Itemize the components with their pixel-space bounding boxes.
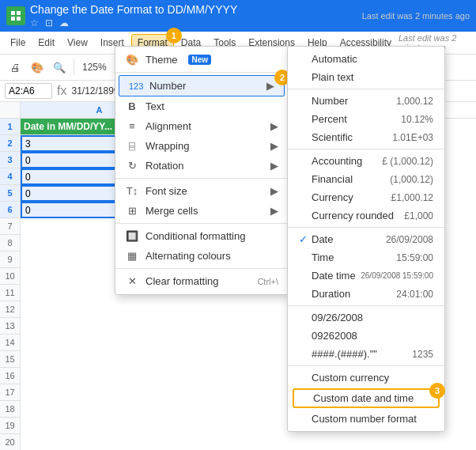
sub-scientific[interactable]: Scientific 1.01E+03: [288, 128, 444, 146]
menu-text[interactable]: B Text: [115, 96, 288, 116]
currency-rounded-val: £1,000: [404, 210, 433, 221]
cloud-icon[interactable]: ☁: [59, 17, 69, 28]
menu-view[interactable]: View: [62, 35, 93, 51]
row-19[interactable]: 19: [0, 418, 20, 434]
row-2[interactable]: 2: [0, 135, 20, 152]
sub-custom-currency[interactable]: Custom currency: [288, 369, 444, 387]
menu-rotation[interactable]: ↻ Rotation ▶: [115, 156, 288, 176]
row-4[interactable]: 4: [0, 168, 20, 185]
financial-val: (1,000.12): [390, 174, 433, 185]
scientific-val: 1.01E+03: [392, 132, 433, 143]
menu-div3: [115, 223, 288, 224]
row-7[interactable]: 7: [0, 218, 20, 235]
row-11[interactable]: 11: [0, 285, 20, 301]
sub-number[interactable]: Number 1,000.12: [288, 92, 444, 110]
financial-label: Financial: [312, 173, 353, 185]
sub-custom-number[interactable]: Custom number format: [288, 410, 444, 428]
menu-div1: [115, 72, 288, 73]
clear-shortcut: Ctrl+\: [257, 277, 278, 286]
merge-arrow: ▶: [270, 205, 278, 217]
row-3[interactable]: 3: [0, 152, 20, 168]
title-icons: ☆ ⊡ ☁: [30, 17, 357, 28]
menu-alternating[interactable]: ▦ Alternating colours: [115, 246, 288, 266]
sub-currency[interactable]: Currency £1,000.12: [288, 188, 444, 206]
currency-rounded-label: Currency rounded: [312, 210, 394, 221]
menu-theme[interactable]: 🎨 Theme New: [115, 50, 288, 70]
menu-fontsize[interactable]: T↕ Font size ▶: [115, 181, 288, 201]
format1-label: 09/26/2008: [312, 312, 363, 323]
sub-plain-text[interactable]: Plain text: [288, 68, 444, 86]
menu-merge[interactable]: ⊞ Merge cells ▶: [115, 201, 288, 221]
wrapping-label: Wrapping: [145, 140, 189, 152]
paint-btn[interactable]: 🎨: [27, 57, 47, 78]
accounting-label: Accounting: [312, 155, 362, 167]
duration-val: 24:01:00: [396, 289, 433, 300]
theme-label: Theme: [145, 54, 177, 66]
sub-format3[interactable]: ####.(####)."" 1235: [288, 345, 444, 363]
row-15[interactable]: 15: [0, 351, 20, 368]
row-14[interactable]: 14: [0, 335, 20, 351]
row-6[interactable]: 6: [0, 202, 20, 218]
row-1[interactable]: 1: [0, 119, 20, 135]
menu-conditional[interactable]: 🔲 Conditional formatting: [115, 226, 288, 246]
menu-wrapping[interactable]: ⌸ Wrapping ▶: [115, 136, 288, 156]
alignment-arrow: ▶: [270, 120, 278, 132]
rotation-icon: ↻: [125, 160, 139, 172]
sub-duration[interactable]: Duration 24:01:00: [288, 285, 444, 303]
sub-format1[interactable]: 09/26/2008: [288, 308, 444, 327]
menu-number[interactable]: 123 Number ▶ 2: [119, 75, 285, 96]
menu-file[interactable]: File: [5, 35, 31, 51]
datetime-label: Date time: [312, 270, 356, 282]
cell-ref-input[interactable]: [5, 83, 52, 99]
row-10[interactable]: 10: [0, 268, 20, 285]
svg-rect-1: [11, 11, 15, 15]
sub-financial[interactable]: Financial (1,000.12): [288, 170, 444, 188]
sub-currency-rounded[interactable]: Currency rounded £1,000: [288, 206, 444, 225]
menu-alignment[interactable]: ≡ Alignment ▶: [115, 116, 288, 136]
last-edit-text: Last edit was 2 minutes ago: [362, 11, 470, 21]
col-header-spacer: [0, 102, 20, 119]
sub-div3: [288, 227, 444, 228]
sub-format2[interactable]: 09262008: [288, 327, 444, 345]
auto-label: Automatic: [312, 53, 357, 65]
row-18[interactable]: 18: [0, 401, 20, 418]
percent-val: 10.12%: [401, 114, 433, 125]
app-icon: [6, 6, 25, 25]
row-9[interactable]: 9: [0, 251, 20, 268]
custom-datetime-label: Custom date and time: [313, 392, 414, 404]
menu-div4: [115, 268, 288, 269]
merge-icon: ⊞: [125, 205, 139, 217]
sub-time[interactable]: Time 15:59:00: [288, 248, 444, 267]
sub-automatic[interactable]: Automatic: [288, 50, 444, 68]
row-17[interactable]: 17: [0, 384, 20, 401]
percent-label: Percent: [312, 113, 347, 125]
fontsize-icon: T↕: [125, 185, 139, 197]
sub-date[interactable]: ✓ Date 26/09/2008: [288, 230, 444, 248]
print-btn[interactable]: 🖨: [5, 57, 25, 78]
sub-percent[interactable]: Percent 10.12%: [288, 110, 444, 128]
sub-accounting[interactable]: Accounting £ (1,000.12): [288, 152, 444, 170]
theme-icon: 🎨: [125, 54, 139, 66]
row-20[interactable]: 20: [0, 434, 20, 450]
move-icon[interactable]: ⊡: [45, 17, 53, 28]
currency-val: £1,000.12: [391, 192, 433, 203]
format3-label: ####.(####)."": [312, 348, 377, 360]
row-5[interactable]: 5: [0, 185, 20, 202]
bookmark-icon[interactable]: ☆: [30, 17, 39, 28]
row-13[interactable]: 13: [0, 318, 20, 335]
sub-datetime[interactable]: Date time 26/09/2008 15:59:00: [288, 267, 444, 285]
row-16[interactable]: 16: [0, 368, 20, 384]
zoom-display[interactable]: 125%: [78, 59, 111, 75]
datetime-val: 26/09/2008 15:59:00: [361, 271, 433, 280]
sub-div5: [288, 365, 444, 366]
row-headers: 1 2 3 4 5 6 7 8 9 10 11 12 13 14 15 16 1…: [0, 102, 21, 450]
step1-badge: 1: [166, 28, 182, 43]
row-8[interactable]: 8: [0, 235, 20, 251]
row-12[interactable]: 12: [0, 301, 20, 318]
menu-edit[interactable]: Edit: [32, 35, 60, 51]
sub-custom-datetime[interactable]: Custom date and time 3: [293, 388, 440, 408]
step3-badge: 3: [429, 383, 445, 399]
menu-clear[interactable]: ✕ Clear formatting Ctrl+\: [115, 271, 288, 291]
date-val: 26/09/2008: [386, 234, 433, 245]
zoom-btn[interactable]: 🔍: [49, 57, 70, 78]
